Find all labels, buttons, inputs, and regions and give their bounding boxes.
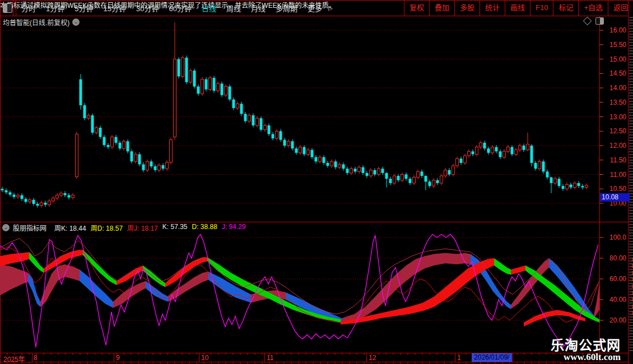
cursor-date-tag: 2026/01/09/五 [472,353,512,362]
price-axis-label: 10.50 [599,185,626,193]
price-axis-label: 12.00 [599,142,626,150]
indicator-values: 周K: 18.44周D: 18.57周J: 18.17K: 57.35D: 38… [50,223,246,232]
price-axis-label: 15.50 [599,41,626,49]
period-toolbar: 分时1分钟5分钟15分钟30分钟60分钟日线周线月线多周期更多 ▷ 复权叠加多股… [0,0,633,16]
function-button-1[interactable]: 复权 [404,0,429,16]
price-axis-label: 12.50 [599,127,626,135]
period-tab-11[interactable]: 更多 [302,3,327,13]
function-toolbar: 复权叠加多股统计画线F10标记+自选返回 [404,0,633,16]
chart-graphics[interactable] [0,0,633,364]
period-tab-5[interactable]: 30分钟 [131,3,164,13]
period-toolbar-left: 分时1分钟5分钟15分钟30分钟60分钟日线周线月线多周期更多 ▷ [0,0,333,16]
x-axis-label: 2025年 [3,354,25,363]
indicator-header: ⌄ 股朋指标网 周K: 18.44周D: 18.57周J: 18.17K: 57… [2,223,246,232]
watermark-site-name: 乐淘公式网 [551,339,621,352]
period-tab-7[interactable]: 日线 [197,3,221,13]
function-button-9[interactable]: 返回 [608,0,633,16]
period-buttons: 分时1分钟5分钟15分钟30分钟60分钟日线周线月线多周期更多 [16,3,327,13]
price-axis-label: 16.00 [599,26,626,34]
price-axis-label: 11.50 [599,156,626,164]
period-tab-9[interactable]: 月线 [246,3,271,13]
function-button-4[interactable]: 统计 [480,0,505,16]
pane-layout-icon[interactable] [595,17,604,25]
trading-app-window: 分时1分钟5分钟15分钟30分钟60分钟日线周线月线多周期更多 ▷ 复权叠加多股… [0,0,633,364]
function-button-5[interactable]: 画线 [505,0,530,16]
clipped-digits: 111111111 [628,256,633,317]
indicator-axis-label: 20.00 [599,316,626,324]
function-button-6[interactable]: F10 [530,0,553,16]
pane-window-icons [584,17,604,25]
indicator-value: 周J: 18.17 [127,223,158,232]
x-axis-label: 8 [34,354,38,362]
x-axis-label: 12 [369,354,376,362]
chevron-down-icon[interactable]: ⌄ [72,18,80,26]
period-tab-1[interactable]: 分时 [16,3,41,13]
price-axis-label: 13.50 [599,99,626,106]
price-axis-label: 14.00 [599,84,626,92]
indicator-axis-label: 80.00 [599,254,626,262]
indicator-title[interactable]: 股朋指标网 [13,223,46,232]
price-axis-label: 14.50 [599,69,626,77]
indicator-axis-label: 100.0 [599,234,626,241]
last-price-tag: 10.08 [600,193,630,202]
indicator-axis-label: 60.00 [599,275,626,283]
period-tab-8[interactable]: 周线 [221,3,246,13]
price-axis-label: 11.00 [599,171,626,179]
x-axis-label: 11 [267,354,273,362]
period-tab-4[interactable]: 15分钟 [98,3,131,13]
x-axis-label: 1 [457,354,461,362]
price-axis-label: 15.00 [599,55,626,63]
window-split-icon[interactable] [3,3,12,13]
indicator-value: 周K: 18.44 [54,223,86,232]
function-button-3[interactable]: 多股 [454,0,480,16]
period-tab-10[interactable]: 多周期 [271,3,302,13]
diamond-icon[interactable] [583,17,592,26]
chart-title-row: 均普智能(日线.前复权) ⌄ [3,17,80,27]
period-tab-6[interactable]: 60分钟 [164,3,196,13]
indicator-value: 周D: 18.57 [91,223,123,232]
stock-title: 均普智能(日线.前复权) [3,17,69,27]
indicator-value: K: 57.35 [162,223,188,232]
more-arrow-icon[interactable]: ▷ [327,5,333,11]
chevron-down-icon[interactable]: ⌄ [2,224,10,231]
right-edge-clipped-panel: 111111111 [629,17,633,353]
function-button-7[interactable]: 标记 [553,0,578,16]
price-axis-label: 13.00 [599,113,626,121]
period-tab-3[interactable]: 5分钟 [69,3,98,13]
function-button-2[interactable]: 叠加 [429,0,454,16]
indicator-axis-label: 40.00 [599,296,626,304]
watermark-site-url: www.60lt.com [551,352,621,362]
period-tab-2[interactable]: 1分钟 [41,3,69,13]
indicator-value: D: 38.88 [192,223,217,232]
x-axis-label: 9 [116,354,120,362]
indicator-value: J: 94.29 [222,223,246,232]
watermark: 乐淘公式网 www.60lt.com [551,339,621,362]
function-button-8[interactable]: +自选 [578,0,608,16]
x-axis-label: 10 [201,354,208,362]
